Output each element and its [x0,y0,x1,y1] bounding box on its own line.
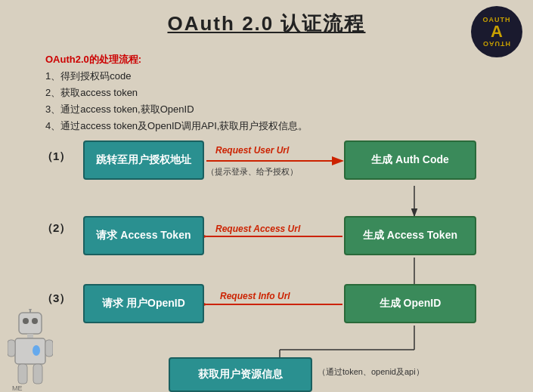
bottom-box: 获取用户资源信息 [169,357,312,392]
svg-point-13 [23,318,29,324]
svg-rect-20 [45,340,53,357]
svg-rect-22 [33,364,42,384]
diagram-container: （1） 跳转至用户授权地址 生成 Auth Code Request User … [42,134,522,384]
page-title: OAuth 2.0 认证流程 [0,0,533,37]
row2-arrow-label: Request Access Url [215,224,300,234]
row3-left-box: 请求 用户OpenID [83,284,204,323]
description-step3: 3、通过access token,获取OpenID [45,101,308,118]
row3-arrow-label: Request Info Url [220,291,290,301]
svg-rect-19 [8,340,15,357]
logo-icon: A [491,23,503,40]
row1-left-box: 跳转至用户授权地址 [83,140,204,180]
oauth-logo: OAUTH A OAUTH [471,6,522,57]
svg-point-16 [29,309,32,310]
svg-rect-12 [19,313,42,334]
row2-right-box: 生成 Access Token [344,216,476,255]
svg-rect-17 [27,334,33,338]
description-step1: 1、得到授权码code [45,68,308,85]
bottom-note: （通过token、openid及api） [318,366,424,378]
svg-rect-21 [18,364,27,384]
row3-right-box: 生成 OpenID [344,284,476,323]
logo-bottom-text: OAUTH [483,40,511,48]
row2-left-box: 请求 Access Token [83,216,204,255]
description-step2: 2、获取access token [45,85,308,101]
row1-label: （1） [42,150,70,164]
row1-arrow-label: Request User Url [215,145,289,156]
row2-label: （2） [42,221,70,236]
description-block: OAuth2.0的处理流程: 1、得到授权码code 2、获取access to… [45,51,308,134]
description-step4: 4、通过access token及OpenID调用API,获取用户授权信息。 [45,118,308,134]
svg-rect-18 [15,338,45,364]
svg-text:ME: ME [12,384,23,392]
description-heading: OAuth2.0的处理流程: [45,54,141,65]
svg-point-14 [32,318,38,324]
robot-figure: ME [8,309,53,384]
row1-right-box: 生成 Auth Code [344,140,476,180]
row1-arrow-sublabel: （提示登录、给予授权） [206,166,298,177]
row3-label: （3） [42,292,70,306]
svg-point-23 [33,345,40,356]
